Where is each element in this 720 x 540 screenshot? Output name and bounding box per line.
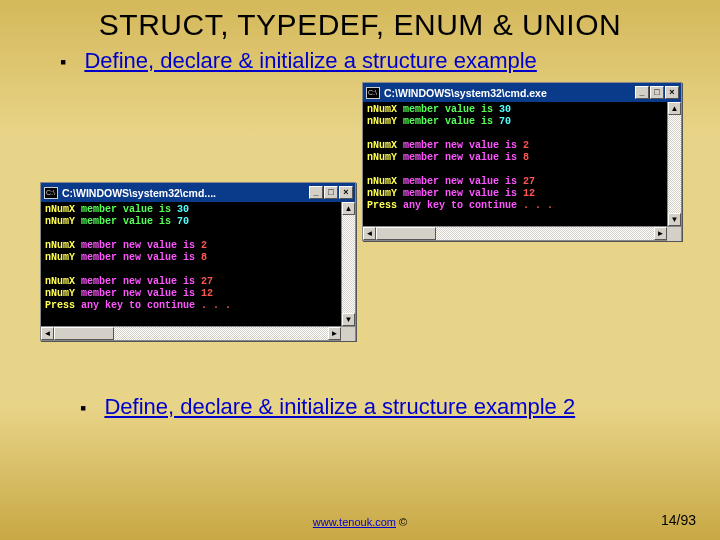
scroll-up-icon[interactable]: ▲ — [668, 102, 681, 115]
link-example-1[interactable]: Define, declare & initialize a structure… — [84, 48, 536, 74]
scroll-thumb[interactable] — [54, 327, 114, 340]
minimize-button[interactable]: _ — [309, 186, 323, 199]
cmd-icon: C:\ — [366, 87, 380, 99]
page-title: STRUCT, TYPEDEF, ENUM & UNION — [0, 0, 720, 48]
close-button[interactable]: × — [339, 186, 353, 199]
scroll-down-icon[interactable]: ▼ — [668, 213, 681, 226]
console-output: nNumX member value is 30 nNumY member va… — [41, 202, 355, 326]
minimize-button[interactable]: _ — [635, 86, 649, 99]
scroll-left-icon[interactable]: ◄ — [363, 227, 376, 240]
scroll-right-icon[interactable]: ► — [328, 327, 341, 340]
scroll-thumb[interactable] — [376, 227, 436, 240]
cmd-window-right: C:\ C:\WINDOWS\system32\cmd.exe _ □ × nN… — [362, 82, 682, 241]
titlebar: C:\ C:\WINDOWS\system32\cmd.exe _ □ × — [363, 83, 681, 102]
cmd-icon: C:\ — [44, 187, 58, 199]
titlebar-buttons: _ □ × — [309, 186, 353, 199]
console-output: nNumX member value is 30 nNumY member va… — [363, 102, 681, 226]
footer-link[interactable]: www.tenouk.com — [313, 516, 396, 528]
close-button[interactable]: × — [665, 86, 679, 99]
maximize-button[interactable]: □ — [650, 86, 664, 99]
scroll-down-icon[interactable]: ▼ — [342, 313, 355, 326]
scroll-right-icon[interactable]: ► — [654, 227, 667, 240]
maximize-button[interactable]: □ — [324, 186, 338, 199]
scrollbar-vertical[interactable]: ▲ ▼ — [667, 102, 681, 226]
footer: www.tenouk.com © — [0, 516, 720, 528]
bullet-icon: ▪ — [80, 394, 86, 422]
titlebar-buttons: _ □ × — [635, 86, 679, 99]
bullet-item-2: ▪ Define, declare & initialize a structu… — [0, 394, 720, 422]
scrollbar-horizontal[interactable]: ◄ ► — [363, 226, 681, 240]
scroll-left-icon[interactable]: ◄ — [41, 327, 54, 340]
titlebar-text: C:\WINDOWS\system32\cmd.... — [62, 187, 309, 199]
scroll-up-icon[interactable]: ▲ — [342, 202, 355, 215]
link-example-2[interactable]: Define, declare & initialize a structure… — [104, 394, 575, 420]
titlebar: C:\ C:\WINDOWS\system32\cmd.... _ □ × — [41, 183, 355, 202]
scrollbar-vertical[interactable]: ▲ ▼ — [341, 202, 355, 326]
page-number: 14/93 — [661, 512, 696, 528]
bullet-icon: ▪ — [60, 48, 66, 76]
scrollbar-horizontal[interactable]: ◄ ► — [41, 326, 355, 340]
cmd-window-left: C:\ C:\WINDOWS\system32\cmd.... _ □ × nN… — [40, 182, 356, 341]
bullet-item-1: ▪ Define, declare & initialize a structu… — [0, 48, 720, 76]
copyright-text: © — [396, 516, 407, 528]
screenshots-area: C:\ C:\WINDOWS\system32\cmd.exe _ □ × nN… — [0, 82, 720, 382]
titlebar-text: C:\WINDOWS\system32\cmd.exe — [384, 87, 635, 99]
